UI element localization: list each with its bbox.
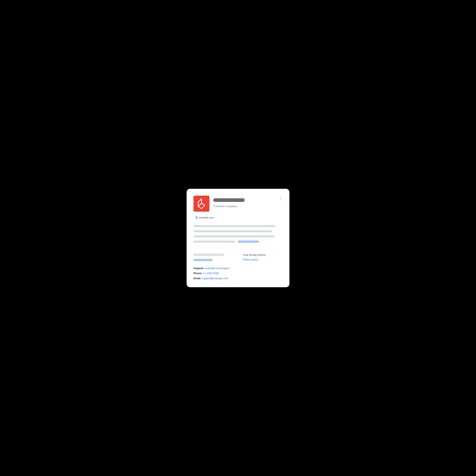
returns-column: Free 30-day returns Return policy (237, 254, 283, 261)
more-options-button[interactable] (279, 197, 282, 201)
company-name-placeholder (213, 198, 245, 202)
description-placeholder-line (193, 230, 272, 232)
support-link[interactable]: example.com/support (205, 267, 229, 270)
divider (193, 249, 283, 249)
email-link[interactable]: support@example.com (202, 277, 228, 280)
description-placeholder-line (193, 240, 235, 243)
description-placeholder-line (193, 225, 275, 227)
phone-label: Phone: (193, 272, 202, 275)
info-placeholder-text (193, 254, 224, 256)
company-category: Furniture company (213, 204, 283, 208)
website-domain: example.com (199, 216, 214, 219)
phone-link[interactable]: +1 2345 6789 (203, 272, 219, 275)
header-text: Furniture company (213, 196, 283, 208)
contact-section: Support: example.com/support Phone: +1 2… (193, 267, 283, 280)
company-info-card: Furniture company example.com Free 30-da… (187, 189, 289, 287)
return-policy-link[interactable]: Return policy (243, 258, 283, 261)
description-placeholder-line (193, 235, 274, 238)
company-logo (193, 196, 209, 212)
returns-text: Free 30-day returns (243, 254, 283, 256)
chair-icon (197, 198, 206, 209)
info-column-left (193, 254, 237, 261)
phone-row: Phone: +1 2345 6789 (193, 272, 283, 275)
email-row: Email: support@example.com (193, 277, 283, 280)
info-columns: Free 30-day returns Return policy (193, 254, 283, 261)
info-placeholder-link[interactable] (193, 259, 212, 261)
support-row: Support: example.com/support (193, 267, 283, 270)
description-section (193, 225, 283, 243)
header-section: Furniture company (193, 196, 283, 212)
support-label: Support: (193, 267, 204, 270)
email-label: Email: (193, 277, 201, 280)
globe-icon (195, 216, 198, 219)
description-link-placeholder[interactable] (238, 240, 259, 243)
website-chip[interactable]: example.com (193, 215, 217, 220)
